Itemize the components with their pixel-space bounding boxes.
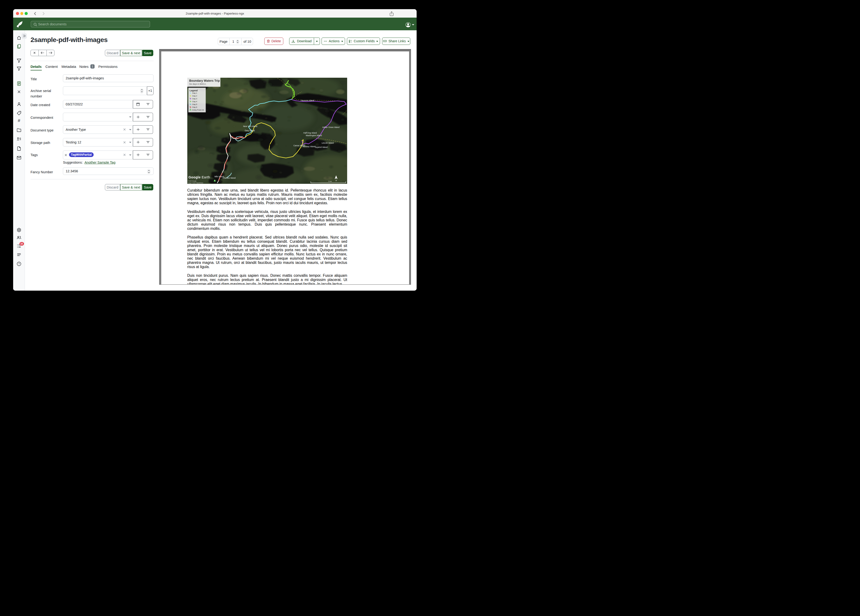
svg-text:#: # — [17, 118, 20, 123]
svg-text:Hausons Island: Hausons Island — [301, 99, 314, 102]
svg-text:Day 2: Day 2 — [192, 95, 197, 97]
svg-text:Boundary Waters Trip: Boundary Waters Trip — [189, 79, 220, 82]
svg-text:?: ? — [18, 262, 19, 265]
svg-text:Half Dog Island: Half Dog Island — [303, 132, 317, 134]
svg-text:Norway Island: Norway Island — [303, 145, 315, 148]
svg-text:© 2017 Google: © 2017 Google — [188, 180, 196, 182]
svg-text:Legend: Legend — [190, 89, 198, 92]
svg-text:N: N — [335, 179, 337, 182]
svg-text:Gary Island: Gary Island — [245, 129, 255, 132]
svg-text:New York Island: New York Island — [243, 125, 257, 127]
svg-text:Day 5: Day 5 — [192, 103, 197, 105]
svg-text:Washington Island: Washington Island — [306, 134, 322, 137]
svg-text:Entry Point 24: Entry Point 24 — [192, 109, 204, 111]
svg-text:Image © 2017 DigitalGlobe: Image © 2017 DigitalGlobe — [188, 182, 203, 184]
svg-text:Indian Grave Island: Indian Grave Island — [322, 126, 339, 129]
svg-text:Google Earth: Google Earth — [188, 175, 210, 179]
svg-text:Day 3: Day 3 — [192, 97, 197, 100]
svg-text:Day 1: Day 1 — [192, 92, 197, 94]
svg-text:Charlies Island: Charlies Island — [223, 177, 235, 179]
svg-text:Lincoln Island: Lincoln Island — [322, 142, 334, 144]
svg-text:Day 4: Day 4 — [192, 101, 197, 102]
svg-text:Day 6: Day 6 — [192, 106, 197, 108]
svg-text:Six days in BWCA: Six days in BWCA — [189, 83, 206, 85]
svg-text:3 mi: 3 mi — [328, 180, 332, 182]
svg-text:Text: Text — [264, 143, 270, 147]
svg-text:Squirrel Island: Squirrel Island — [315, 146, 328, 148]
